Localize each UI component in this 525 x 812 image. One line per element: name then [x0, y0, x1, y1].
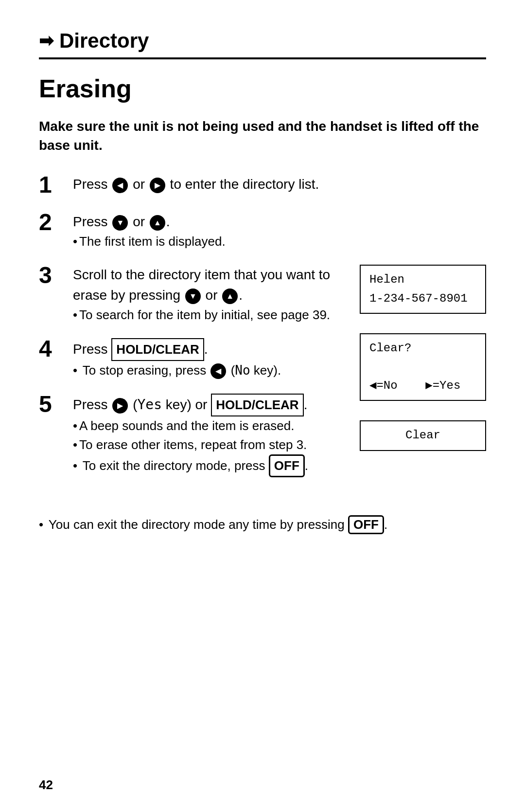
steps-container: 1 Press ◀ or ▶ to enter the directory li… [39, 174, 486, 265]
step-2-row: 2 Press ▼ or ▲. The first item is displa… [39, 212, 486, 251]
step-2-bullet-1: The first item is displayed. [73, 232, 486, 251]
header-arrow-icon: ➡ [39, 31, 53, 51]
right-btn-5: ▶ [112, 398, 128, 414]
step-4-bullet-1: To stop erasing, press ◀ (No key). [73, 361, 360, 380]
step-3-content: Scroll to the directory item that you wa… [73, 265, 360, 325]
down-btn-3: ▼ [185, 289, 201, 304]
lcd-box-step4-line2 [369, 358, 476, 376]
up-btn-3: ▲ [222, 289, 238, 304]
page-title: Erasing [39, 74, 486, 103]
step-4-row: 4 Press HOLD/CLEAR. To stop erasing, pre… [39, 338, 360, 380]
lcd-box-step3-line1: Helen [369, 271, 476, 289]
step-1-main: Press ◀ or ▶ to enter the directory list… [73, 174, 486, 195]
step-4-number: 4 [39, 336, 73, 362]
page-container: ➡ Directory Erasing Make sure the unit i… [0, 0, 525, 573]
step-1-number: 1 [39, 172, 73, 198]
step-5-content: Press ▶ (Yes key) or HOLD/CLEAR. A beep … [73, 394, 360, 477]
step-2-number: 2 [39, 210, 73, 235]
header-section: ➡ Directory [39, 29, 486, 59]
off-btn-footer: OFF [348, 515, 384, 534]
step-4-content: Press HOLD/CLEAR. To stop erasing, press… [73, 338, 360, 380]
header-title: Directory [59, 29, 149, 53]
step-5-number: 5 [39, 392, 73, 417]
hold-clear-btn-5: HOLD/CLEAR [211, 394, 303, 416]
step-5-bullet-1: A beep sounds and the item is erased. [73, 416, 360, 435]
left-btn-1: ◀ [112, 178, 128, 193]
hold-clear-btn-4: HOLD/CLEAR [111, 338, 204, 361]
lcd-box-step5-line1: Clear [369, 426, 476, 445]
step-1-content: Press ◀ or ▶ to enter the directory list… [73, 174, 486, 195]
steps-left: 3 Scroll to the directory item that you … [39, 265, 360, 491]
off-btn-5: OFF [269, 454, 305, 477]
right-btn-1: ▶ [150, 178, 165, 193]
step-3-row: 3 Scroll to the directory item that you … [39, 265, 360, 325]
lcd-box-step4-line1: Clear? [369, 339, 476, 358]
lcd-box-step4-line3: ◀=No ▶=Yes [369, 377, 476, 395]
step-5-bullet-3: To exit the directory mode, press OFF. [73, 454, 360, 477]
steps-with-boxes: 3 Scroll to the directory item that you … [39, 265, 486, 491]
lcd-box-step3-line2: 1-234-567-8901 [369, 289, 476, 308]
step-3-main: Scroll to the directory item that you wa… [73, 265, 360, 306]
step-5-main: Press ▶ (Yes key) or HOLD/CLEAR. [73, 394, 360, 416]
lcd-box-step4: Clear? ◀=No ▶=Yes [360, 333, 486, 401]
page-number: 42 [39, 777, 53, 793]
left-btn-4: ◀ [210, 363, 226, 379]
lcd-box-step3: Helen 1-234-567-8901 [360, 265, 486, 314]
step-2-content: Press ▼ or ▲. The first item is displaye… [73, 212, 486, 251]
intro-text: Make sure the unit is not being used and… [39, 117, 486, 155]
step-3-number: 3 [39, 263, 73, 289]
down-btn-2: ▼ [112, 215, 128, 231]
step-4-main: Press HOLD/CLEAR. [73, 338, 360, 361]
step-1-row: 1 Press ◀ or ▶ to enter the directory li… [39, 174, 486, 198]
footer-note: You can exit the directory mode any time… [39, 515, 486, 534]
up-btn-2: ▲ [150, 215, 165, 231]
lcd-boxes-column: Helen 1-234-567-8901 Clear? ◀=No ▶=Yes C… [360, 265, 486, 491]
step-2-main: Press ▼ or ▲. [73, 212, 486, 232]
step-5-bullet-2: To erase other items, repeat from step 3… [73, 435, 360, 454]
step-5-row: 5 Press ▶ (Yes key) or HOLD/CLEAR. A bee… [39, 394, 360, 477]
lcd-box-step5: Clear [360, 420, 486, 451]
step-3-bullet-1: To search for the item by initial, see p… [73, 306, 360, 325]
